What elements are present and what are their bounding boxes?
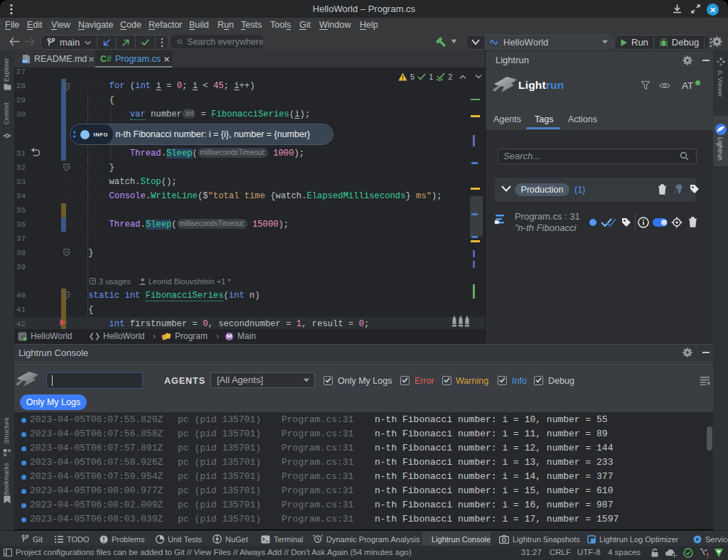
svg-text:MD: MD: [23, 60, 28, 63]
